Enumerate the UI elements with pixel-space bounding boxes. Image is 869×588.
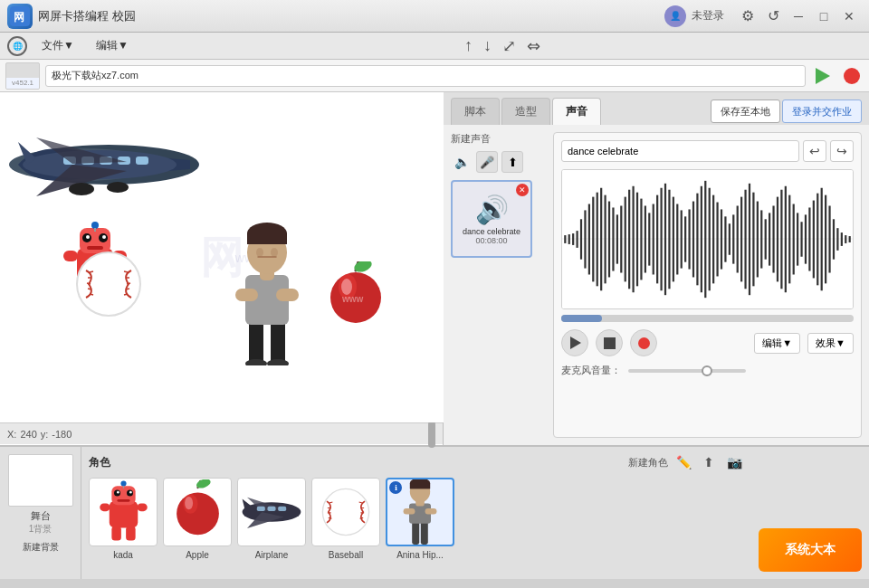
svg-rect-69 bbox=[597, 193, 598, 287]
user-avatar: 👤 bbox=[664, 5, 686, 27]
x-label: X: bbox=[7, 429, 16, 440]
char-item-kada[interactable]: kada bbox=[89, 478, 158, 561]
svg-line-58 bbox=[124, 294, 128, 295]
edit-menu[interactable]: 编辑▼ bbox=[89, 35, 136, 56]
svg-point-158 bbox=[322, 488, 368, 535]
y-value: -180 bbox=[52, 429, 72, 440]
settings-button[interactable]: ⚙ bbox=[735, 6, 760, 26]
minimize-button[interactable]: ─ bbox=[786, 6, 811, 26]
char-label-baseball: Baseball bbox=[329, 550, 363, 560]
svg-rect-61 bbox=[564, 235, 566, 243]
redo-button[interactable]: ↪ bbox=[830, 140, 854, 162]
svg-rect-91 bbox=[684, 216, 686, 261]
undo-button[interactable]: ↩ bbox=[803, 140, 826, 162]
svg-rect-108 bbox=[752, 193, 754, 287]
svg-rect-145 bbox=[126, 526, 136, 541]
char-item-anina[interactable]: ℹ Anina Hip... bbox=[386, 478, 454, 561]
sound-mic-button[interactable]: 🎤 bbox=[476, 151, 498, 173]
stage-mini-sub: 1背景 bbox=[29, 523, 53, 536]
svg-rect-111 bbox=[765, 219, 767, 259]
sprite-apple[interactable]: www bbox=[324, 261, 387, 337]
char-item-airplane[interactable]: Airplane bbox=[237, 478, 306, 561]
stop-playback-button[interactable] bbox=[596, 329, 623, 356]
login-submit-button[interactable]: 登录并交作业 bbox=[782, 100, 862, 123]
sprite-airplane[interactable] bbox=[9, 124, 199, 196]
svg-rect-110 bbox=[760, 210, 762, 268]
svg-rect-101 bbox=[724, 216, 726, 261]
char-camera-button[interactable]: 📷 bbox=[724, 452, 744, 472]
playback-controls: 编辑▼ 效果▼ bbox=[561, 329, 854, 356]
file-menu[interactable]: 文件▼ bbox=[34, 35, 81, 56]
svg-rect-103 bbox=[732, 214, 734, 263]
svg-rect-113 bbox=[772, 205, 774, 272]
characters-panel: 角色 新建角色 ✏️ ⬆ 📷 bbox=[81, 447, 751, 579]
expand-icon[interactable]: ⇔ bbox=[527, 36, 540, 56]
sound-close-btn[interactable]: ✕ bbox=[516, 184, 529, 196]
svg-rect-92 bbox=[688, 209, 690, 269]
svg-rect-117 bbox=[788, 195, 790, 284]
maximize-button[interactable]: □ bbox=[811, 6, 836, 26]
waveform-area bbox=[561, 169, 854, 309]
scroll-handle[interactable] bbox=[428, 421, 435, 448]
svg-rect-175 bbox=[410, 483, 430, 488]
new-sound-label: 新建声音 bbox=[451, 132, 546, 146]
svg-point-148 bbox=[177, 492, 219, 535]
svg-point-13 bbox=[69, 183, 94, 195]
record-button[interactable] bbox=[630, 329, 657, 356]
sound-item-icon: 🔊 bbox=[475, 194, 509, 225]
titlebar: 网 网屏卡搭编程 校园 👤 未登录 ⚙ ↺ ─ □ ✕ bbox=[0, 0, 869, 33]
svg-rect-75 bbox=[620, 205, 622, 272]
volume-slider[interactable] bbox=[628, 369, 746, 373]
play-button[interactable] bbox=[561, 329, 588, 356]
new-bg-button[interactable]: 新建背景 bbox=[23, 541, 59, 554]
svg-point-45 bbox=[256, 248, 263, 257]
svg-rect-35 bbox=[271, 320, 285, 365]
stage-thumbnail: v452.1 bbox=[5, 62, 40, 90]
char-label-kada: kada bbox=[113, 550, 133, 560]
green-flag-button[interactable] bbox=[811, 64, 835, 88]
tab-costume[interactable]: 造型 bbox=[501, 98, 550, 125]
refresh-button[interactable]: ↺ bbox=[760, 6, 786, 26]
sprite-baseball[interactable] bbox=[72, 248, 145, 323]
globe-icon[interactable]: 🌐 bbox=[7, 36, 27, 56]
stage-canvas[interactable]: 网 www bbox=[0, 92, 444, 422]
svg-rect-87 bbox=[668, 190, 670, 289]
svg-point-46 bbox=[271, 248, 278, 257]
effects-dropdown-button[interactable]: 效果▼ bbox=[807, 333, 854, 354]
svg-line-57 bbox=[126, 289, 129, 289]
svg-rect-128 bbox=[833, 219, 835, 259]
char-label-apple: Apple bbox=[186, 550, 209, 560]
edit-dropdown-button[interactable]: 编辑▼ bbox=[754, 333, 800, 354]
char-item-baseball[interactable]: Baseball bbox=[311, 478, 380, 561]
sprite-person[interactable] bbox=[231, 203, 303, 368]
svg-rect-85 bbox=[660, 188, 662, 291]
stop-button[interactable] bbox=[840, 64, 864, 88]
tab-sound[interactable]: 声音 bbox=[552, 98, 601, 125]
close-button[interactable]: ✕ bbox=[836, 6, 862, 26]
svg-rect-156 bbox=[268, 507, 276, 511]
tab-script[interactable]: 脚本 bbox=[451, 98, 500, 125]
char-item-apple[interactable]: Apple bbox=[163, 478, 232, 561]
svg-rect-83 bbox=[653, 204, 654, 275]
download-icon[interactable]: ↓ bbox=[483, 36, 492, 55]
char-title: 角色 bbox=[89, 455, 110, 470]
sound-upload-button[interactable]: ⬆ bbox=[501, 151, 523, 173]
char-paint-button[interactable]: ✏️ bbox=[673, 452, 693, 472]
progress-bar[interactable] bbox=[561, 315, 854, 322]
url-input[interactable] bbox=[45, 65, 806, 87]
upload-icon[interactable]: ↑ bbox=[464, 36, 473, 55]
sound-item[interactable]: ✕ 🔊 dance celebrate 00:08:00 bbox=[451, 180, 532, 258]
svg-rect-132 bbox=[849, 236, 851, 242]
save-local-button[interactable]: 保存至本地 bbox=[711, 100, 780, 123]
char-upload-button[interactable]: ⬆ bbox=[699, 452, 719, 472]
sound-panel: 新建声音 🔈 🎤 ⬆ ✕ 🔊 dance celebrate 00:08:00 bbox=[444, 125, 869, 445]
svg-point-150 bbox=[185, 497, 193, 509]
svg-rect-80 bbox=[640, 199, 642, 280]
volume-knob[interactable] bbox=[702, 365, 712, 376]
svg-rect-116 bbox=[785, 186, 787, 292]
stage-mini-canvas[interactable] bbox=[8, 454, 73, 507]
svg-rect-62 bbox=[568, 234, 570, 244]
sound-name-input[interactable] bbox=[561, 140, 799, 162]
fullscreen-icon[interactable]: ⤢ bbox=[502, 36, 516, 56]
svg-rect-129 bbox=[836, 228, 838, 251]
